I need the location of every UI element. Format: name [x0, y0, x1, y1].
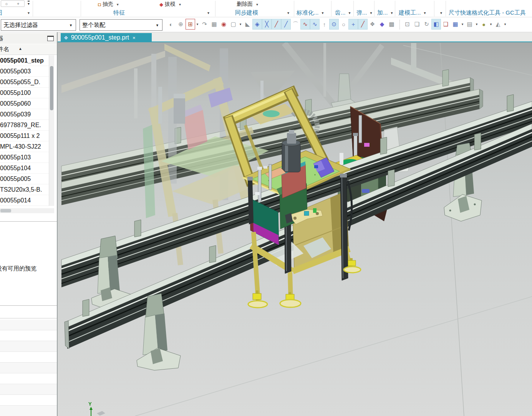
layer-settings-icon[interactable]: ▤ [465, 19, 474, 30]
selection-toolbar: 无选择过滤器 整个装配 ◐⊕⊞▾↷▦◉▢▾◣◈╳╱╱⌒∿∿↑⊙○＋╱❖◆▩ ⊡❏… [0, 17, 532, 32]
ribbon-group-modeling-tools[interactable]: 建模工...▾ [399, 8, 426, 17]
tree-item[interactable]: 00055p055_D. [0, 77, 49, 88]
graphics-viewport[interactable]: Y [58, 42, 532, 416]
selection-filter-dropdown[interactable]: 无选择过滤器 [1, 19, 76, 31]
snap-point-on-curve-icon[interactable]: ╱ [358, 19, 368, 30]
tree-horizontal-scrollbar[interactable] [0, 208, 54, 213]
tree-item[interactable]: 00055p100 [0, 88, 49, 98]
snap-center-icon[interactable]: ⊙ [329, 19, 339, 30]
navigator-header: 器 [0, 33, 57, 44]
quick-access-stub[interactable]: ○ ＋ [1, 0, 25, 7]
plus-icon[interactable]: ＋ [16, 1, 20, 7]
undock-window-icon[interactable] [47, 36, 54, 41]
tree-vertical-scrollbar[interactable] [49, 55, 54, 206]
shaded-cube-icon[interactable]: ◈ [252, 19, 262, 30]
constraint-filter-icon[interactable]: ⊞ [186, 19, 195, 30]
snap-quadrant-icon[interactable]: ↑ [320, 19, 329, 30]
tree-item[interactable]: 00055p103 [0, 152, 49, 163]
move-component-icon[interactable]: ◐ [166, 19, 176, 30]
tab-close-icon[interactable]: × [133, 35, 136, 41]
y-axis-label: Y [88, 401, 92, 407]
navigator-title-partial: 器 [0, 35, 3, 42]
tab-title: 900055p001_step.prt [71, 34, 129, 41]
snap-pole-icon[interactable]: ∿ [300, 19, 310, 30]
ribbon-group-synchronous: 同步建模 [235, 8, 258, 17]
select-rectangle-icon[interactable]: ▢ [229, 19, 238, 30]
datum-cone-icon[interactable]: ◣ [243, 19, 252, 30]
ribbon-group-extra-arrow[interactable]: ▾ [437, 8, 442, 17]
ribbon-group-standard[interactable]: 标准化...▾ [297, 8, 324, 17]
ribbon-group-feature-arrow[interactable]: ▾ [204, 8, 209, 17]
ribbon-group-synchronous-arrow[interactable]: ▾ [284, 8, 289, 17]
ribbon-group-view-arrow[interactable]: ▾ [25, 8, 30, 17]
part-name-column-header[interactable]: 件名 ▲ [0, 44, 57, 55]
snap-scatter-icon[interactable]: ╳ [262, 19, 272, 30]
document-tab-bar: ❖ 900055p001_step.prt × [58, 32, 532, 42]
document-tab[interactable]: ❖ 900055p001_step.prt × [61, 33, 152, 42]
dropdown-arrow-icon[interactable]: ▾ [474, 22, 479, 26]
tree-item[interactable]: 00055p111 x 2 [0, 131, 49, 141]
pan-icon[interactable]: ❏ [412, 19, 422, 30]
ribbon-group-feature: 特征 [113, 8, 125, 17]
shell-icon: ◘ [98, 2, 101, 7]
dropdown-arrow-icon[interactable]: ▾ [460, 22, 465, 26]
tree-item[interactable]: 00055p005 [0, 174, 49, 184]
tree-item[interactable]: TS2U20x3,5-B. [0, 184, 49, 195]
delete-face-button[interactable]: 删除面 [235, 0, 258, 8]
ribbon-collapse-arrow[interactable]: ▾ [28, 1, 30, 6]
tree-item[interactable]: 00055p014 [0, 195, 49, 206]
dropdown-arrow-icon[interactable]: ▾ [489, 22, 493, 26]
ribbon-group-machining[interactable]: 加...▾ [377, 8, 393, 17]
snap-intersection-icon[interactable]: ＋ [348, 19, 358, 30]
preview-panel: 没有可用的预览 [0, 223, 57, 305]
sort-ascending-icon[interactable]: ▲ [18, 46, 22, 51]
render-style-icon[interactable]: ● [479, 19, 489, 30]
lattice-icon[interactable]: ▩ [387, 19, 396, 30]
reverse-icon[interactable]: ↷ [200, 19, 209, 30]
snap-ellipse-icon[interactable]: ○ [339, 19, 348, 30]
assembly-navigator-panel: 器 件名 ▲ 0055p001_step00055p00300055p055_D… [0, 32, 57, 416]
faceted-body-icon[interactable]: ◆ [377, 19, 387, 30]
dropdown-arrow-icon[interactable]: ▾ [238, 22, 243, 26]
tree-item[interactable]: MPL-430-SJ22 [0, 141, 49, 152]
view-layout-icon[interactable]: ▦ [451, 19, 460, 30]
tree-item[interactable]: 00055p104 [0, 163, 49, 174]
edit-object-display-icon[interactable]: ❑ [441, 19, 451, 30]
draft-icon: ◆ [159, 2, 163, 7]
tree-item[interactable]: 69778879_RE. [0, 120, 49, 131]
zoom-box-icon[interactable]: ⊡ [403, 19, 412, 30]
snap-midpoint-icon[interactable]: ╱ [281, 19, 291, 30]
clip-section-icon[interactable]: ◭ [493, 19, 503, 30]
rotate-view-icon[interactable]: ↻ [422, 19, 431, 30]
part-file-icon: ❖ [64, 35, 68, 41]
ribbon-group-spring[interactable]: 弹...▾ [356, 8, 372, 17]
sheet-body-icon[interactable]: ❖ [368, 19, 377, 30]
tree-item[interactable]: 00055p003 [0, 66, 49, 77]
snap-endpoint-icon[interactable]: ╱ [272, 19, 281, 30]
history-circle-icon[interactable]: ○ [5, 2, 8, 6]
wave-link-icon[interactable]: ◉ [219, 19, 229, 30]
ribbon: ○ ＋ ▾ ◘ 抽壳 ◆ 拔模 删除面 图 ▾ 特征 ▾ 同步建模 ▾ 标准化.… [0, 0, 532, 17]
dropdown-arrow-icon[interactable]: ▾ [503, 22, 507, 26]
ribbon-group-view[interactable]: 图 [0, 8, 10, 17]
assembly-constraints-icon[interactable]: ⊕ [176, 19, 186, 30]
draft-button[interactable]: ◆ 拔模 [159, 0, 181, 8]
shaded-view-icon[interactable]: ◧ [431, 19, 441, 30]
view-triad: Y [88, 401, 105, 416]
dropdown-arrow-icon[interactable]: ▾ [195, 22, 200, 26]
3d-scene: Y [58, 42, 532, 416]
tree-item[interactable]: 00055p060 [0, 98, 49, 109]
assembly-tree: 0055p001_step00055p00300055p055_D.00055p… [0, 55, 49, 206]
ribbon-group-gc-toolbox: 尺寸快速格式化工具 - GC工具 [449, 8, 532, 17]
pattern-component-icon[interactable]: ▦ [209, 19, 219, 30]
ribbon-group-gear[interactable]: 齿...▾ [335, 8, 351, 17]
snap-tangent-icon[interactable]: ⌒ [291, 19, 300, 30]
no-preview-text: 没有可用的预览 [0, 265, 36, 272]
snap-spline-icon[interactable]: ∿ [310, 19, 320, 30]
selection-scope-dropdown[interactable]: 整个装配 [80, 19, 162, 31]
tree-item-root[interactable]: 0055p001_step [0, 55, 49, 66]
shell-button[interactable]: ◘ 抽壳 [98, 0, 119, 8]
tree-item[interactable]: 00055p039 [0, 109, 49, 120]
details-empty-list [0, 320, 57, 416]
